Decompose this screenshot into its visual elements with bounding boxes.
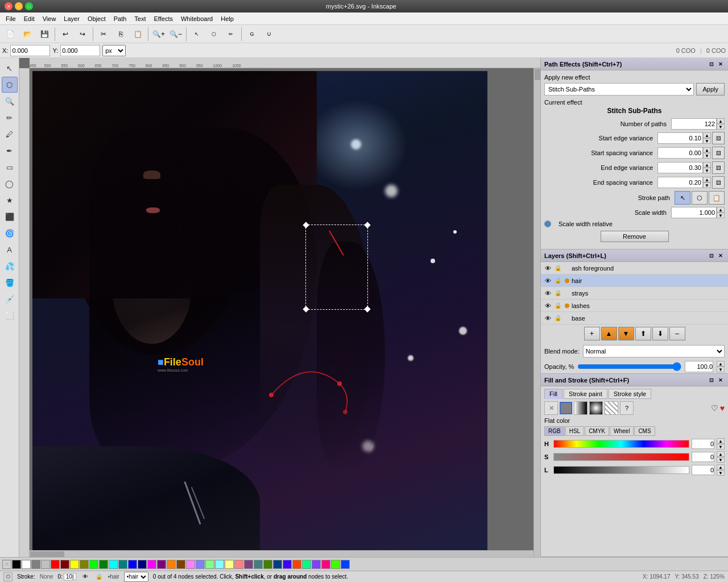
- palette-swatch-1[interactable]: [22, 560, 31, 569]
- num-paths-down[interactable]: ▼: [717, 124, 725, 130]
- layer-vis-strays[interactable]: 👁: [543, 289, 552, 298]
- palette-swatch-32[interactable]: [321, 560, 330, 569]
- redo-btn[interactable]: ↪: [75, 26, 90, 42]
- select-tool-btn[interactable]: ↖: [189, 26, 205, 42]
- fill-flat-btn[interactable]: [560, 402, 572, 414]
- palette-swatch-30[interactable]: [302, 560, 311, 569]
- close-btn[interactable]: ✕: [5, 2, 13, 10]
- end-spacing-down[interactable]: ▼: [703, 182, 711, 188]
- layer-vis-ash[interactable]: 👁: [543, 264, 552, 273]
- palette-swatch-22[interactable]: [225, 560, 234, 569]
- palette-swatch-34[interactable]: [341, 560, 350, 569]
- spray-tool[interactable]: 💦: [2, 258, 18, 274]
- start-edge-dice[interactable]: ⚄: [712, 132, 725, 144]
- ch-h-up[interactable]: ▲: [717, 438, 725, 444]
- layer-lock-hair[interactable]: 🔒: [553, 276, 562, 285]
- layer-vis-base[interactable]: 👁: [543, 314, 552, 323]
- tab-cms[interactable]: CMS: [634, 426, 655, 436]
- cut-btn[interactable]: ✂: [96, 26, 111, 42]
- canvas-image[interactable]: ■FileSoul www.filesoul.com: [32, 71, 487, 557]
- star-tool[interactable]: ★: [2, 192, 18, 208]
- start-spacing-dice[interactable]: ⚄: [712, 147, 725, 159]
- start-spacing-up[interactable]: ▲: [703, 147, 711, 153]
- palette-swatch-33[interactable]: [331, 560, 340, 569]
- palette-swatch-5[interactable]: [60, 560, 69, 569]
- zoom-in-btn[interactable]: 🔍+: [151, 26, 167, 42]
- palette-swatch-13[interactable]: [138, 560, 147, 569]
- canvas-hscroll-thumb[interactable]: [30, 551, 64, 557]
- path-effects-close[interactable]: ✕: [717, 60, 725, 68]
- menu-text[interactable]: Text: [131, 14, 149, 23]
- start-spacing-input[interactable]: [657, 147, 703, 159]
- fill-linear-btn[interactable]: [574, 401, 588, 415]
- palette-swatch-2[interactable]: [31, 560, 40, 569]
- calligraphy-tool[interactable]: ✒: [2, 143, 18, 159]
- palette-swatch-17[interactable]: [176, 560, 185, 569]
- palette-swatch-27[interactable]: [273, 560, 282, 569]
- tab-wheel[interactable]: Wheel: [610, 426, 634, 436]
- unit-select[interactable]: px mm cm in: [102, 45, 126, 56]
- layer-select[interactable]: •hair: [124, 572, 148, 582]
- visibility-toggle[interactable]: 👁: [81, 572, 90, 581]
- fill-stroke-close[interactable]: ✕: [717, 376, 725, 384]
- opacity-up[interactable]: ▲: [717, 361, 725, 367]
- palette-swatch-8[interactable]: [89, 560, 98, 569]
- layer-lock-strays[interactable]: 🔒: [553, 289, 562, 298]
- tab-rgb[interactable]: RGB: [544, 426, 565, 436]
- layer-vis-hair[interactable]: 👁: [543, 276, 552, 285]
- palette-swatch-7[interactable]: [80, 560, 89, 569]
- end-spacing-input[interactable]: [657, 177, 703, 188]
- layers-float[interactable]: ⊡: [708, 252, 715, 260]
- ellipse-tool[interactable]: ◯: [2, 176, 18, 192]
- eyedropper-tool[interactable]: 💉: [2, 291, 18, 307]
- layer-down-btn[interactable]: ▼: [618, 327, 634, 340]
- menu-path[interactable]: Path: [110, 14, 130, 23]
- palette-swatch-29[interactable]: [292, 560, 301, 569]
- scale-width-down[interactable]: ▼: [717, 213, 725, 218]
- end-edge-up[interactable]: ▲: [703, 162, 711, 168]
- pencil-tool[interactable]: ✏: [2, 110, 18, 126]
- end-spacing-dice[interactable]: ⚄: [712, 176, 725, 189]
- palette-swatch-23[interactable]: [234, 560, 243, 569]
- effect-dropdown[interactable]: Stitch Sub-Paths Bend Envelope Deformati…: [544, 83, 694, 95]
- palette-swatch-21[interactable]: [215, 560, 224, 569]
- palette-swatch-12[interactable]: [128, 560, 137, 569]
- stroke-path-btn2[interactable]: ⬡: [692, 191, 708, 205]
- remove-btn[interactable]: Remove: [601, 231, 669, 242]
- palette-swatch-9[interactable]: [99, 560, 108, 569]
- opacity-slider[interactable]: [577, 363, 681, 370]
- eraser-tool[interactable]: ⬜: [2, 307, 18, 323]
- ch-s-bar[interactable]: [553, 453, 689, 461]
- path-effects-float[interactable]: ⊡: [708, 60, 715, 68]
- blend-select[interactable]: Normal Multiply Screen Overlay: [583, 345, 725, 357]
- opacity-down[interactable]: ▼: [717, 367, 725, 372]
- node-tool[interactable]: ⬡: [2, 77, 18, 93]
- layer-row-strays[interactable]: 👁 🔒 strays: [541, 287, 728, 300]
- palette-swatch-25[interactable]: [254, 560, 263, 569]
- end-edge-dice[interactable]: ⚄: [712, 161, 725, 174]
- palette-swatch-24[interactable]: [244, 560, 253, 569]
- ungroup-btn[interactable]: U: [261, 26, 277, 42]
- layer-lock-lashes[interactable]: 🔒: [553, 301, 562, 310]
- fill-pattern-btn[interactable]: [605, 401, 618, 415]
- layer-row-base[interactable]: 👁 🔒 base: [541, 312, 728, 325]
- layer-lock-base[interactable]: 🔒: [553, 314, 562, 323]
- palette-swatch-4[interactable]: [51, 560, 60, 569]
- menu-effects[interactable]: Effects: [151, 14, 176, 23]
- palette-swatch-0[interactable]: [12, 560, 21, 569]
- palette-swatch-none[interactable]: ✕: [2, 560, 11, 569]
- zoom-tool[interactable]: 🔍: [2, 93, 18, 109]
- fill-radial-btn[interactable]: [589, 401, 603, 415]
- palette-swatch-14[interactable]: [147, 560, 156, 569]
- palette-swatch-16[interactable]: [167, 560, 176, 569]
- ch-h-input[interactable]: [692, 439, 714, 449]
- menu-help[interactable]: Help: [217, 14, 237, 23]
- palette-swatch-18[interactable]: [186, 560, 195, 569]
- scale-width-input[interactable]: [671, 207, 717, 218]
- window-controls[interactable]: ✕ ─ □: [5, 2, 33, 10]
- ch-l-bar[interactable]: [553, 466, 689, 474]
- end-spacing-up[interactable]: ▲: [703, 177, 711, 182]
- menu-object[interactable]: Object: [84, 14, 109, 23]
- tab-cmyk[interactable]: CMYK: [585, 426, 609, 436]
- 3d-box-tool[interactable]: ⬛: [2, 209, 18, 225]
